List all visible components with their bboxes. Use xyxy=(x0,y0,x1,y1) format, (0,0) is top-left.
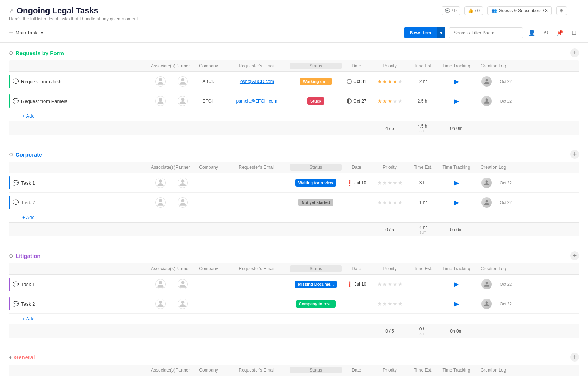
associate-avatar[interactable] xyxy=(155,279,166,289)
partner-avatar[interactable] xyxy=(178,96,188,106)
partner-avatar[interactable] xyxy=(178,197,188,208)
status-cell[interactable]: Not yet started xyxy=(290,199,342,206)
group-add-button[interactable]: + xyxy=(570,353,579,362)
priority-cell[interactable]: ★★★★★ xyxy=(371,180,408,186)
play-button[interactable]: ▶ xyxy=(454,280,459,288)
task-cell: 💬 Request from Pamela xyxy=(9,91,149,111)
partner-avatar[interactable] xyxy=(178,76,188,87)
task-cell: 💬 Task 2 xyxy=(9,193,149,212)
add-row-button[interactable]: + Add xyxy=(9,111,579,121)
status-badge[interactable]: Company to res... xyxy=(296,300,336,308)
partner-avatar[interactable] xyxy=(178,279,188,289)
time-tracking-cell[interactable]: ▶ xyxy=(438,97,475,105)
comment-counter[interactable]: 💬 / 0 xyxy=(442,6,460,15)
time-est-cell: 2 hr xyxy=(408,79,438,84)
add-row-button[interactable]: + Add xyxy=(9,314,579,324)
date-cell-wrapper: Oct 31 xyxy=(342,79,371,84)
guests-button[interactable]: 👥 Guests & Subscribers / 3 xyxy=(487,6,552,15)
pin-icon[interactable]: 📌 xyxy=(555,28,565,38)
chat-icon[interactable]: 💬 xyxy=(13,199,19,205)
status-badge[interactable]: Stuck xyxy=(307,97,324,105)
group-title[interactable]: Corporate xyxy=(16,151,42,158)
associates-cell xyxy=(149,76,172,87)
group-add-button[interactable]: + xyxy=(570,251,579,260)
settings-icon-btn[interactable]: ⚙ xyxy=(556,6,567,15)
priority-cell[interactable]: ★★★★★ xyxy=(371,301,408,307)
chat-icon[interactable]: 💬 xyxy=(13,301,19,307)
status-cell[interactable]: Working on it xyxy=(290,78,342,85)
status-cell[interactable]: Company to res... xyxy=(290,300,342,308)
group-title[interactable]: General xyxy=(14,354,35,360)
color-bar xyxy=(9,176,10,189)
group-add-button[interactable]: + xyxy=(570,48,579,57)
status-badge[interactable]: Working on it xyxy=(300,78,332,85)
col-time-tracking: Time Tracking xyxy=(438,265,475,272)
user-icon[interactable]: 👤 xyxy=(527,28,537,38)
play-button[interactable]: ▶ xyxy=(454,300,459,308)
status-badge[interactable]: Waiting for review xyxy=(295,179,336,187)
status-cell[interactable]: Stuck xyxy=(290,97,342,105)
table-row: 💬 Task 2 Company to res... xyxy=(9,294,579,314)
priority-cell[interactable]: ★★★★★ xyxy=(371,281,408,287)
group-toggle[interactable]: ● xyxy=(9,354,12,360)
email-link[interactable]: pamela@EFGH.com xyxy=(236,98,277,104)
group-toggle[interactable]: ⊙ xyxy=(9,253,13,259)
new-item-button[interactable]: New Item xyxy=(404,27,437,38)
group-toggle[interactable]: ⊙ xyxy=(9,50,13,56)
time-tracking-cell[interactable]: ▶ xyxy=(438,198,475,207)
like-icon: 👍 xyxy=(468,8,473,13)
new-item-dropdown-button[interactable]: ▾ xyxy=(437,27,445,38)
priority-cell[interactable]: ★★★★★ xyxy=(371,199,408,205)
associates-cell xyxy=(149,96,172,106)
status-badge[interactable]: Not yet started xyxy=(298,199,333,206)
col-status: Status xyxy=(290,63,342,69)
group-toggle[interactable]: ⊙ xyxy=(9,151,13,157)
partner-avatar[interactable] xyxy=(178,178,188,188)
priority-cell[interactable]: ★★★★★ xyxy=(371,98,408,104)
more-options-button[interactable]: ··· xyxy=(571,7,579,15)
status-cell[interactable]: Missing Docume... xyxy=(290,281,342,288)
status-cell[interactable]: Waiting for review xyxy=(290,179,342,187)
play-button[interactable]: ▶ xyxy=(454,198,459,207)
associate-avatar[interactable] xyxy=(155,76,166,87)
time-tracking-cell[interactable]: ▶ xyxy=(438,300,475,308)
email-link[interactable]: josh@ABCD.com xyxy=(239,79,274,84)
play-button[interactable]: ▶ xyxy=(454,97,459,105)
star: ★ xyxy=(382,98,387,104)
status-badge[interactable]: Missing Docume... xyxy=(295,281,337,288)
group-header: ⊙ Requests by Form + xyxy=(9,43,579,60)
chat-icon[interactable]: 💬 xyxy=(13,180,19,186)
chat-icon[interactable]: 💬 xyxy=(13,98,19,104)
main-table-button[interactable]: ☰ Main Table ▾ xyxy=(9,30,43,36)
associate-avatar[interactable] xyxy=(155,96,166,106)
group-title[interactable]: Litigation xyxy=(16,253,41,259)
star: ★ xyxy=(398,180,403,186)
refresh-icon[interactable]: ↻ xyxy=(541,28,551,38)
priority-cell[interactable]: ★★★★★ xyxy=(371,78,408,84)
play-button[interactable]: ▶ xyxy=(454,179,459,187)
chat-icon[interactable]: 💬 xyxy=(13,281,19,287)
time-tracking-cell[interactable]: ▶ xyxy=(438,179,475,187)
color-bar xyxy=(9,94,10,108)
summary-priority: 0 / 5 xyxy=(371,329,408,334)
group-title[interactable]: Requests by Form xyxy=(16,50,64,56)
partner-avatar[interactable] xyxy=(178,299,188,309)
filter-icon[interactable]: ⊟ xyxy=(569,28,579,38)
add-row-button[interactable]: + Add xyxy=(9,212,579,222)
associate-avatar[interactable] xyxy=(155,299,166,309)
like-counter[interactable]: 👍 / 0 xyxy=(464,6,483,15)
col-associates: Associate(s) xyxy=(149,367,172,373)
associate-avatar[interactable] xyxy=(155,178,166,188)
col-associates: Associate(s) xyxy=(149,63,172,69)
task-cell: 💬 Request from Josh xyxy=(9,72,149,91)
search-input[interactable] xyxy=(449,27,523,38)
time-tracking-cell[interactable]: ▶ xyxy=(438,77,475,85)
group-add-button[interactable]: + xyxy=(570,150,579,159)
chat-icon[interactable]: 💬 xyxy=(13,78,19,84)
associate-avatar[interactable] xyxy=(155,197,166,208)
play-button[interactable]: ▶ xyxy=(454,77,459,85)
time-tracking-cell[interactable]: ▶ xyxy=(438,280,475,288)
svg-point-4 xyxy=(181,98,185,101)
priority-summary-value: 0 / 5 xyxy=(371,227,408,232)
svg-point-2 xyxy=(485,79,488,81)
